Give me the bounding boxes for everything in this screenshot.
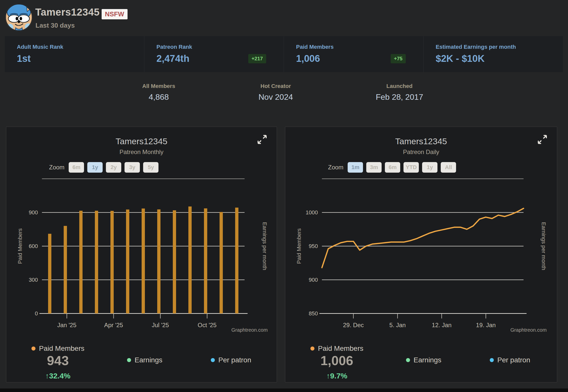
stat-value: 2,474th xyxy=(156,53,189,64)
per-patron-dot-icon xyxy=(211,358,215,362)
stat-label: Patreon Rank xyxy=(156,44,266,50)
zoom-6m-button[interactable]: 6m xyxy=(385,162,400,173)
period-label: Last 30 days xyxy=(35,22,75,29)
zoom-all-button[interactable]: All xyxy=(441,162,456,173)
stat-value: 1,006 xyxy=(296,53,320,64)
bar[interactable] xyxy=(126,210,129,314)
y-tick-label: 600 xyxy=(29,243,38,249)
watermark: Graphtreon.com xyxy=(510,327,547,333)
zoom-2y-button[interactable]: 2y xyxy=(106,162,121,173)
creator-avatar xyxy=(5,4,33,31)
x-tick-label: Jul '25 xyxy=(152,322,169,328)
line-series[interactable] xyxy=(322,208,524,268)
bar[interactable] xyxy=(142,209,145,314)
bar[interactable] xyxy=(110,211,114,313)
secondary-stat-value: Nov 2024 xyxy=(259,92,293,102)
bar[interactable] xyxy=(220,212,223,314)
chart-subtitle: Patreon Daily xyxy=(285,149,557,156)
bar[interactable] xyxy=(235,208,238,313)
bar[interactable] xyxy=(204,208,207,313)
stat-patreon-rank: Patreon Rank 2,474th +217 xyxy=(144,36,284,72)
left-axis-title: Paid Members xyxy=(296,228,302,264)
stat-value: 1st xyxy=(17,53,31,64)
monthly-bar-chart[interactable]: 0300600900Jan '25Apr '25Jul '25Oct '25Pa… xyxy=(6,127,277,335)
watermark: Graphtreon.com xyxy=(231,327,268,333)
stat-adult-music-rank: Adult Music Rank 1st xyxy=(5,36,144,72)
stat-change-badge: +75 xyxy=(391,54,406,63)
right-axis-title: Earnings per month xyxy=(541,222,547,270)
daily-line-chart[interactable]: 850900950100029. Dec5. Jan12. Jan19. Jan… xyxy=(285,127,557,335)
zoom-label: Zoom xyxy=(49,164,64,171)
x-tick-label: 29. Dec xyxy=(343,322,364,328)
secondary-stat-label: Hot Creator xyxy=(259,83,293,89)
legend-item-earnings[interactable]: Earnings xyxy=(406,353,441,367)
y-tick-label: 900 xyxy=(309,277,318,283)
stat-estimated-earnings: Estimated Earnings per month $2K - $10K xyxy=(423,36,563,72)
zoom-3y-button[interactable]: 3y xyxy=(125,162,140,173)
left-axis-title: Paid Members xyxy=(17,228,23,264)
bar[interactable] xyxy=(157,209,160,313)
stat-all-members: All Members 4,868 xyxy=(142,83,175,102)
legend-item-per-patron[interactable]: Per patron xyxy=(211,353,251,367)
zoom-preset-row: Zoom 1m 3m 6m YTD 1y All xyxy=(328,162,459,173)
secondary-stat-value: 4,868 xyxy=(142,92,175,102)
chart-title: Tamers12345 xyxy=(6,136,277,146)
legend-item-per-patron[interactable]: Per patron xyxy=(490,353,530,367)
zoom-3m-button[interactable]: 3m xyxy=(366,162,382,173)
y-tick-label: 300 xyxy=(29,277,38,283)
stat-change-badge: +217 xyxy=(248,54,266,63)
y-tick-label: 850 xyxy=(309,310,318,317)
zoom-ytd-button[interactable]: YTD xyxy=(403,162,419,173)
legend-label: Per patron xyxy=(218,356,251,364)
y-tick-label: 950 xyxy=(309,243,318,249)
paid-members-dot-icon xyxy=(310,347,314,351)
legend-label: Per patron xyxy=(497,356,530,364)
stat-paid-members: Paid Members 1,006 +75 xyxy=(284,36,423,72)
legend-item-earnings[interactable]: Earnings xyxy=(127,353,163,367)
zoom-label: Zoom xyxy=(328,164,343,171)
paid-members-dot-icon xyxy=(31,347,35,351)
expand-icon[interactable] xyxy=(537,134,548,145)
x-tick-label: Apr '25 xyxy=(104,322,123,328)
right-axis-title: Earnings per month xyxy=(262,222,268,270)
legend-item-paid-members[interactable]: Paid Members xyxy=(31,345,85,353)
bar[interactable] xyxy=(79,211,83,314)
zoom-1m-button[interactable]: 1m xyxy=(348,162,363,173)
bar[interactable] xyxy=(188,207,192,314)
y-tick-label: 1000 xyxy=(306,209,318,216)
paid-members-change: ↑9.7% xyxy=(310,372,363,380)
legend-item-paid-members[interactable]: Paid Members xyxy=(310,345,363,353)
y-tick-label: 900 xyxy=(29,209,38,216)
bar[interactable] xyxy=(64,226,67,313)
zoom-6m-button[interactable]: 6m xyxy=(69,162,84,173)
legend-label: Earnings xyxy=(414,356,441,364)
per-patron-dot-icon xyxy=(490,358,494,362)
secondary-stat-label: Launched xyxy=(376,83,423,89)
zoom-1y-button[interactable]: 1y xyxy=(422,162,437,173)
stat-hot-creator: Hot Creator Nov 2024 xyxy=(259,83,293,102)
stat-label: Adult Music Rank xyxy=(17,44,127,50)
zoom-1y-button[interactable]: 1y xyxy=(87,162,103,173)
next-section-edge xyxy=(0,388,568,392)
x-tick-label: 5. Jan xyxy=(389,322,406,328)
x-tick-label: Jan '25 xyxy=(57,322,76,328)
earnings-dot-icon xyxy=(406,358,410,362)
y-tick-label: 0 xyxy=(35,310,38,317)
stat-value: $2K - $10K xyxy=(436,53,484,64)
bar[interactable] xyxy=(173,210,176,314)
bar[interactable] xyxy=(48,234,51,313)
paid-members-current-value: 943 xyxy=(31,353,84,368)
page-title: Tamers12345 xyxy=(35,7,100,18)
paid-members-current-value: 1,006 xyxy=(310,353,363,368)
legend-label: Paid Members xyxy=(318,345,363,353)
zoom-5y-button[interactable]: 5y xyxy=(143,162,158,173)
bar[interactable] xyxy=(95,211,98,314)
stats-bar: Adult Music Rank 1st Patreon Rank 2,474t… xyxy=(5,36,563,72)
chart-title: Tamers12345 xyxy=(285,136,557,146)
legend-label: Paid Members xyxy=(39,345,85,353)
earnings-dot-icon xyxy=(127,358,131,362)
legend-label: Earnings xyxy=(135,356,163,364)
x-tick-label: Oct '25 xyxy=(198,322,217,328)
expand-icon[interactable] xyxy=(257,134,268,145)
chart-subtitle: Patreon Monthly xyxy=(6,149,277,156)
